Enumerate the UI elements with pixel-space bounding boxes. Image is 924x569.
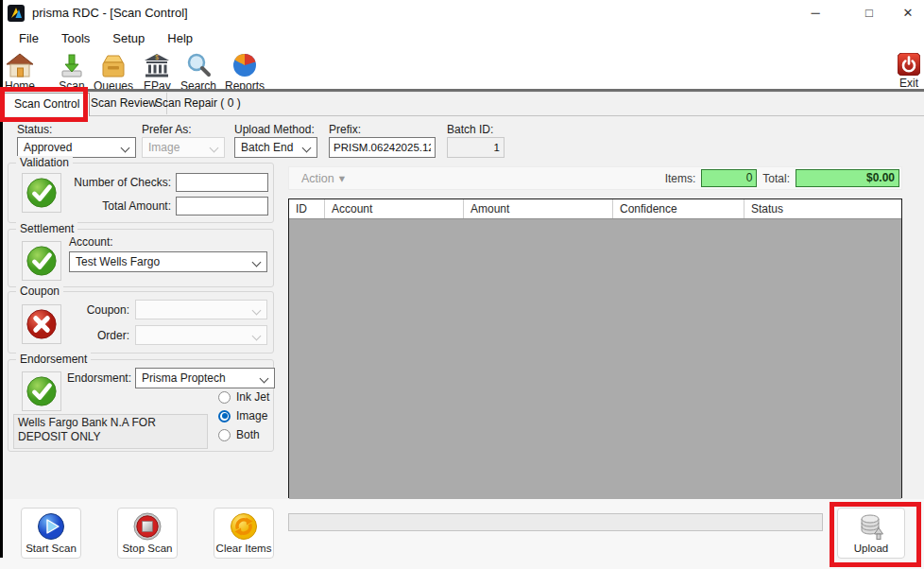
action-dropdown[interactable]: Action ▾ [301, 171, 345, 185]
prefix-label: Prefix: [329, 123, 361, 136]
number-of-checks-input[interactable] [176, 173, 268, 192]
upload-method-dropdown[interactable]: Batch End [234, 137, 317, 158]
coupon-group: Coupon Coupon: Order: [8, 291, 274, 353]
number-of-checks-label: Number of Checks: [58, 176, 171, 189]
settlement-group: Settlement Account: Test Wells Fargo [8, 229, 274, 287]
account-dropdown[interactable]: Test Wells Fargo [69, 251, 267, 272]
title-bar: prisma RDC - [Scan Control] ─ □ ✕ [0, 0, 924, 26]
scan-button[interactable]: Scan [59, 52, 85, 93]
chevron-down-icon [252, 306, 262, 316]
exit-button[interactable]: Exit [898, 53, 920, 90]
batch-id-field [447, 137, 505, 158]
chevron-down-icon [260, 374, 269, 384]
coupon-label: Coupon: [65, 303, 129, 317]
minimize-icon[interactable]: ─ [799, 0, 831, 26]
order-label: Order: [65, 329, 129, 342]
refresh-icon [230, 512, 258, 541]
endorsement-stamp-text: Wells Fargo Bank N.A FOR DEPOSIT ONLY [13, 414, 208, 449]
reports-button[interactable]: Reports [225, 52, 265, 93]
column-header-id[interactable]: ID [289, 199, 325, 218]
menu-setup[interactable]: Setup [101, 26, 156, 51]
batch-id-label: Batch ID: [447, 123, 493, 136]
green-check-icon [26, 177, 58, 209]
upload-method-label: Upload Method: [234, 123, 315, 136]
radio-both[interactable]: Both [218, 428, 260, 441]
coupon-group-title: Coupon [16, 284, 63, 298]
radio-ink-jet[interactable]: Ink Jet [218, 390, 269, 404]
coupon-status-tile [22, 304, 61, 344]
action-dropdown-label: Action [301, 172, 334, 185]
exit-label: Exit [899, 77, 918, 90]
coupon-dropdown [135, 300, 267, 319]
column-header-confidence[interactable]: Confidence [613, 199, 744, 218]
order-dropdown [135, 325, 267, 345]
status-dropdown[interactable]: Approved [17, 137, 136, 158]
tab-scan-control[interactable]: Scan Control [4, 93, 90, 116]
epay-icon: $ [144, 52, 170, 78]
settlement-status-tile [22, 241, 61, 281]
endorsement-dropdown-value: Prisma Proptech [142, 371, 226, 385]
prefer-as-label: Prefer As: [142, 123, 192, 136]
radio-checked-icon [218, 410, 231, 422]
search-icon [185, 52, 212, 78]
toolbar: Home Scan Queues $ [0, 51, 924, 89]
endorsement-status-tile [22, 371, 61, 411]
total-amount-input[interactable] [176, 197, 268, 216]
menu-bar: File Tools Setup Help [0, 26, 924, 51]
prefix-input[interactable] [329, 137, 436, 158]
radio-ink-jet-label: Ink Jet [236, 390, 269, 404]
grid-header: ID Account Amount Confidence Status [289, 199, 901, 219]
validation-group-title: Validation [16, 156, 73, 169]
chevron-down-icon [210, 144, 219, 153]
exit-icon [898, 53, 920, 76]
validation-status-tile [22, 173, 61, 213]
menu-help[interactable]: Help [156, 26, 204, 51]
status-label: Status: [17, 123, 52, 136]
column-header-amount[interactable]: Amount [464, 199, 613, 218]
endorsement-group-title: Endorsement [16, 353, 91, 366]
radio-image-label: Image [236, 409, 267, 422]
queues-button[interactable]: Queues [94, 52, 133, 93]
upload-label: Upload [854, 543, 888, 554]
action-strip: Action ▾ Items: 0 Total: $0.00 [288, 166, 902, 190]
reports-icon [231, 52, 258, 78]
radio-both-label: Both [236, 428, 260, 441]
play-icon [37, 512, 65, 541]
tab-scan-repair[interactable]: Scan Repair ( 0 ) [145, 93, 250, 114]
clear-items-label: Clear Items [216, 543, 272, 554]
menu-file[interactable]: File [8, 26, 50, 51]
home-icon [6, 52, 34, 78]
status-dropdown-value: Approved [24, 141, 72, 154]
chevron-down-icon [252, 258, 262, 267]
start-scan-label: Start Scan [26, 543, 77, 554]
radio-image[interactable]: Image [218, 409, 267, 422]
red-x-icon [26, 308, 58, 340]
upload-method-dropdown-value: Batch End [241, 141, 293, 154]
upload-button[interactable]: Upload [837, 508, 905, 559]
column-header-account[interactable]: Account [325, 199, 464, 218]
home-button[interactable]: Home [5, 52, 35, 93]
stop-scan-label: Stop Scan [122, 543, 172, 554]
column-header-status[interactable]: Status [744, 199, 901, 218]
endorsement-dropdown[interactable]: Prisma Proptech [135, 368, 275, 388]
green-check-icon [26, 245, 58, 277]
chevron-down-icon: ▾ [339, 171, 345, 185]
chevron-down-icon [252, 332, 262, 341]
stop-scan-button[interactable]: Stop Scan [117, 508, 178, 559]
radio-unchecked-icon [218, 429, 231, 441]
progress-bar [288, 513, 823, 531]
items-total-cluster: Items: 0 Total: $0.00 [665, 169, 901, 187]
clear-items-button[interactable]: Clear Items [214, 508, 274, 559]
queues-icon [99, 52, 128, 78]
start-scan-button[interactable]: Start Scan [21, 508, 81, 559]
total-amount-label: Total Amount: [58, 199, 171, 213]
screen-edge-strip [0, 0, 3, 558]
chevron-down-icon [121, 144, 130, 153]
maximize-icon[interactable]: □ [853, 0, 885, 26]
epay-button[interactable]: $ EPay [144, 52, 171, 93]
stop-icon [133, 512, 162, 541]
search-button[interactable]: Search [180, 52, 216, 93]
close-icon[interactable]: ✕ [892, 0, 924, 26]
menu-tools[interactable]: Tools [50, 26, 101, 51]
upload-coins-icon [858, 512, 884, 541]
